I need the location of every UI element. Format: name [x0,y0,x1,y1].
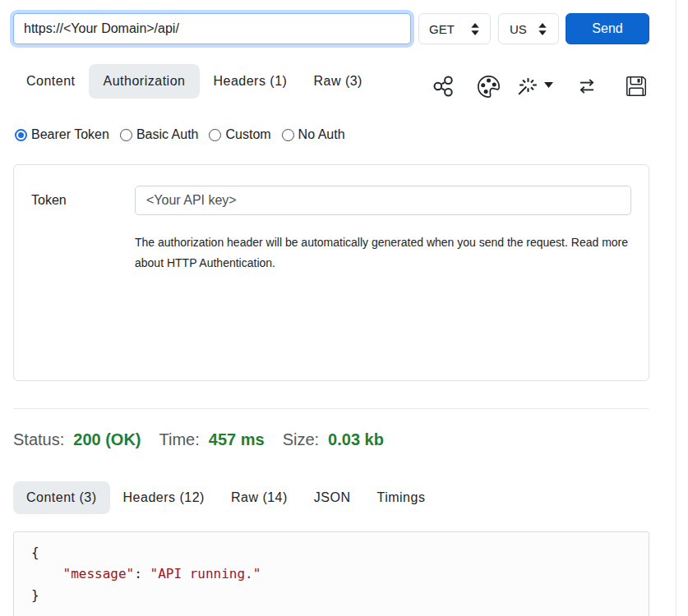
radio-button-checked[interactable] [15,129,27,141]
save-icon [626,76,646,96]
token-label: Token [31,193,135,208]
request-bar: GET US Send [13,13,649,44]
size-stat: Size: 0.03 kb [283,430,384,449]
response-status-row: Status: 200 (OK) Time: 457 ms Size: 0.03… [13,428,649,451]
tab-response-raw[interactable]: Raw (14) [218,481,301,514]
tab-response-timings[interactable]: Timings [364,481,439,514]
radio-bearer-token[interactable]: Bearer Token [15,127,109,142]
radio-custom[interactable]: Custom [209,127,270,142]
updown-arrows-icon [538,22,547,36]
caret-down-icon [544,82,553,88]
magic-wand-icon [518,77,537,96]
radio-label: Bearer Token [31,127,109,142]
generate-code-button[interactable] [518,77,553,96]
time-stat: Time: 457 ms [159,430,265,449]
radio-button[interactable] [209,129,221,141]
request-tabs: Content Authorization Headers (1) Raw (3… [13,64,649,99]
tab-raw[interactable]: Raw (3) [300,64,376,99]
palette-icon [478,76,500,98]
token-input[interactable] [135,186,631,215]
radio-label: Custom [225,127,270,142]
tab-headers[interactable]: Headers (1) [200,64,300,99]
time-label: Time: [159,430,200,449]
response-json-code: { "message": "API running." } [31,542,631,606]
method-select[interactable]: GET [418,13,491,44]
url-input[interactable] [13,13,411,44]
send-button[interactable]: Send [566,13,649,44]
convert-button[interactable] [579,79,594,94]
tab-response-headers[interactable]: Headers (12) [110,481,218,514]
auth-type-options: Bearer Token Basic Auth Custom No Auth [13,125,649,145]
radio-button[interactable] [120,129,132,141]
tab-response-json[interactable]: JSON [301,481,364,514]
authorization-panel: Token The authorization header will be a… [13,164,649,381]
updown-arrows-icon [470,22,480,36]
theme-button[interactable] [478,76,500,98]
code-key-message: "message" [63,566,135,582]
share-icon [432,76,454,97]
method-select-value: GET [429,22,455,36]
response-body: { "message": "API running." } [13,531,649,616]
size-label: Size: [283,430,319,449]
response-tabs: Content (3) Headers (12) Raw (14) JSON T… [13,481,649,514]
radio-button[interactable] [282,129,294,141]
share-button[interactable] [432,76,454,97]
status-value: 200 (OK) [73,430,141,449]
code-open-brace: { [31,545,39,560]
tab-content[interactable]: Content [13,64,89,99]
toolbar-icons [432,76,646,98]
tab-response-content[interactable]: Content (3) [13,481,110,514]
code-colon: : [134,566,150,582]
status-label: Status: [13,430,64,449]
code-indent [31,566,63,582]
time-value: 457 ms [209,430,265,449]
radio-no-auth[interactable]: No Auth [282,127,345,142]
code-value-api-running: "API running." [150,566,261,582]
status-stat: Status: 200 (OK) [13,430,141,449]
region-select-value: US [510,22,527,36]
swap-arrows-icon [579,79,594,94]
api-tester-page: GET US Send Content Authorization Header… [0,0,676,616]
code-close-brace: } [31,587,39,603]
token-help-text: The authorization header will be automat… [135,232,631,274]
tab-authorization[interactable]: Authorization [89,64,201,99]
save-button[interactable] [626,76,646,96]
radio-basic-auth[interactable]: Basic Auth [120,127,199,142]
radio-label: Basic Auth [136,127,199,142]
token-row: Token [31,186,631,215]
size-value: 0.03 kb [328,430,384,449]
radio-label: No Auth [298,127,345,142]
divider [13,408,649,409]
region-select[interactable]: US [498,13,559,44]
